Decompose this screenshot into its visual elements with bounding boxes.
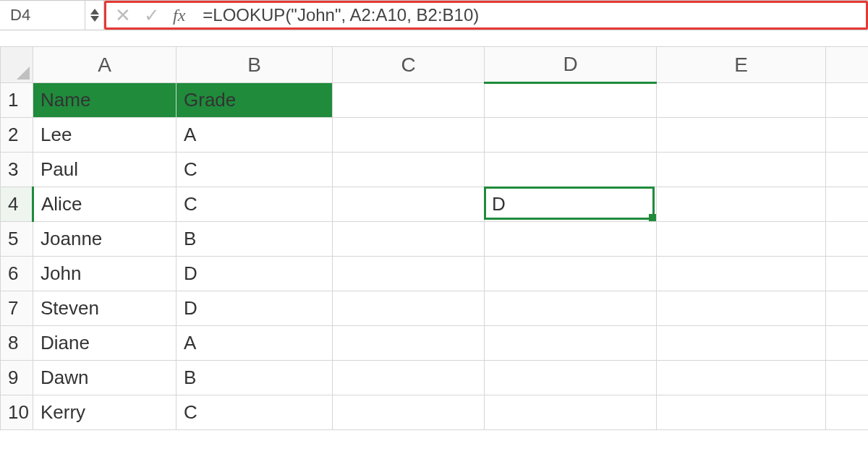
col-header-A[interactable]: A: [33, 47, 176, 83]
row-header-5[interactable]: 5: [1, 222, 33, 257]
row-3: 3 Paul C: [1, 153, 869, 187]
cell-D5[interactable]: [485, 222, 657, 257]
cell-C6[interactable]: [333, 257, 485, 291]
cell-A5[interactable]: Joanne: [33, 222, 176, 257]
cell-E6[interactable]: [657, 257, 826, 291]
row-9: 9 Dawn B: [1, 361, 869, 395]
name-box-stepper[interactable]: [85, 1, 104, 30]
cell-E8[interactable]: [657, 326, 826, 361]
cell-E7[interactable]: [657, 291, 826, 326]
cell-E4[interactable]: [657, 187, 826, 222]
formula-bar-highlight: ✕ ✓ fx: [104, 1, 868, 30]
cell-D3[interactable]: [485, 153, 657, 187]
cell-C5[interactable]: [333, 222, 485, 257]
cell-F4[interactable]: [826, 187, 869, 222]
col-header-C[interactable]: C: [333, 47, 485, 83]
cell-D10[interactable]: [485, 395, 657, 430]
cell-F2[interactable]: [826, 118, 869, 153]
cell-F9[interactable]: [826, 361, 869, 395]
confirm-formula-button[interactable]: ✓: [144, 6, 160, 25]
cell-F8[interactable]: [826, 326, 869, 361]
row-8: 8 Diane A: [1, 326, 869, 361]
cell-B1[interactable]: Grade: [176, 83, 333, 118]
row-7: 7 Steven D: [1, 291, 869, 326]
row-4: 4 Alice C D: [1, 187, 869, 222]
cell-B4[interactable]: C: [176, 187, 333, 222]
cell-D7[interactable]: [485, 291, 657, 326]
cell-A8[interactable]: Diane: [33, 326, 176, 361]
cell-C2[interactable]: [333, 118, 485, 153]
col-header-B[interactable]: B: [176, 47, 333, 83]
stepper-up-icon[interactable]: [90, 9, 99, 14]
col-header-E[interactable]: E: [657, 47, 826, 83]
cell-C7[interactable]: [333, 291, 485, 326]
row-1: 1 Name Grade: [1, 83, 869, 118]
cell-F1[interactable]: [826, 83, 869, 118]
cell-C10[interactable]: [333, 395, 485, 430]
row-header-2[interactable]: 2: [1, 118, 33, 153]
row-header-4[interactable]: 4: [1, 187, 33, 222]
cell-F3[interactable]: [826, 153, 869, 187]
grid-table: A B C D E 1 Name Grade 2 Lee A: [0, 46, 868, 430]
column-header-row: A B C D E: [1, 47, 869, 83]
cell-C1[interactable]: [333, 83, 485, 118]
cell-A2[interactable]: Lee: [33, 118, 176, 153]
cell-C9[interactable]: [333, 361, 485, 395]
formula-input[interactable]: [201, 4, 860, 26]
row-header-3[interactable]: 3: [1, 153, 33, 187]
cell-A6[interactable]: John: [33, 257, 176, 291]
row-header-9[interactable]: 9: [1, 361, 33, 395]
name-box[interactable]: D4: [0, 1, 85, 30]
cell-F10[interactable]: [826, 395, 869, 430]
col-header-D[interactable]: D: [485, 47, 657, 83]
cell-E3[interactable]: [657, 153, 826, 187]
row-10: 10 Kerry C: [1, 395, 869, 430]
cell-D8[interactable]: [485, 326, 657, 361]
cell-B8[interactable]: A: [176, 326, 333, 361]
stepper-down-icon[interactable]: [90, 16, 99, 22]
row-header-8[interactable]: 8: [1, 326, 33, 361]
cell-F6[interactable]: [826, 257, 869, 291]
cell-D2[interactable]: [485, 118, 657, 153]
cell-B2[interactable]: A: [176, 118, 333, 153]
row-5: 5 Joanne B: [1, 222, 869, 257]
cell-E5[interactable]: [657, 222, 826, 257]
col-header-F-partial[interactable]: [826, 47, 869, 83]
cell-E2[interactable]: [657, 118, 826, 153]
worksheet[interactable]: A B C D E 1 Name Grade 2 Lee A: [0, 46, 868, 430]
cell-B5[interactable]: B: [176, 222, 333, 257]
cell-E1[interactable]: [657, 83, 826, 118]
cell-A7[interactable]: Steven: [33, 291, 176, 326]
select-all-corner[interactable]: [1, 47, 33, 83]
cell-A3[interactable]: Paul: [33, 153, 176, 187]
cell-F7[interactable]: [826, 291, 869, 326]
fx-icon[interactable]: fx: [173, 6, 185, 25]
cell-A9[interactable]: Dawn: [33, 361, 176, 395]
cell-D9[interactable]: [485, 361, 657, 395]
cell-B7[interactable]: D: [176, 291, 333, 326]
cell-A4[interactable]: Alice: [33, 187, 176, 222]
cell-F5[interactable]: [826, 222, 869, 257]
cell-B10[interactable]: C: [176, 395, 333, 430]
row-2: 2 Lee A: [1, 118, 869, 153]
formula-bar: D4 ✕ ✓ fx: [0, 0, 868, 30]
cell-C4[interactable]: [333, 187, 485, 222]
cell-B3[interactable]: C: [176, 153, 333, 187]
cell-A10[interactable]: Kerry: [33, 395, 176, 430]
cell-C3[interactable]: [333, 153, 485, 187]
cell-B6[interactable]: D: [176, 257, 333, 291]
cell-A1[interactable]: Name: [33, 83, 176, 118]
cell-E9[interactable]: [657, 361, 826, 395]
row-header-1[interactable]: 1: [1, 83, 33, 118]
row-header-10[interactable]: 10: [1, 395, 33, 430]
cell-B9[interactable]: B: [176, 361, 333, 395]
cell-D6[interactable]: [485, 257, 657, 291]
cell-E10[interactable]: [657, 395, 826, 430]
cell-D1[interactable]: [485, 83, 657, 118]
cell-D4[interactable]: D: [485, 187, 657, 222]
cell-C8[interactable]: [333, 326, 485, 361]
row-6: 6 John D: [1, 257, 869, 291]
row-header-7[interactable]: 7: [1, 291, 33, 326]
row-header-6[interactable]: 6: [1, 257, 33, 291]
cancel-formula-button[interactable]: ✕: [115, 6, 131, 25]
